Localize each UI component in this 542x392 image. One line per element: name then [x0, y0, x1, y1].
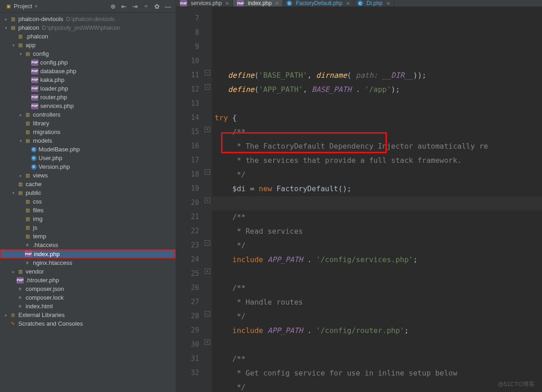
expand-arrow-icon[interactable]: ▸ — [3, 17, 9, 21]
dir-icon: ▥ — [24, 112, 31, 118]
tree-node[interactable]: ▾▤app — [0, 41, 176, 49]
close-icon[interactable]: ✕ — [225, 1, 229, 6]
gear-icon[interactable]: ✿ — [152, 1, 162, 11]
chevron-down-icon[interactable]: ▼ — [34, 4, 38, 9]
target-icon[interactable]: ⊕ — [108, 1, 118, 11]
expand-arrow-icon[interactable]: ▾ — [17, 52, 24, 56]
tree-node[interactable]: ▸▥vendor — [0, 267, 176, 276]
divide-icon[interactable]: ÷ — [141, 1, 151, 11]
dir-open-icon: ▤ — [24, 138, 31, 144]
expand-arrow-icon[interactable]: ▸ — [17, 113, 24, 117]
tree-node[interactable]: ▾▤config — [0, 49, 176, 58]
expand-arrow-icon[interactable]: ▸ — [3, 313, 9, 317]
editor-tab[interactable]: PHPservices.php✕ — [176, 0, 233, 6]
tree-node[interactable]: ≡nginx.htaccess — [0, 258, 176, 267]
file-icon: ≡ — [24, 260, 31, 266]
tree-node[interactable]: ▥cache — [0, 180, 176, 188]
tree-node[interactable]: ▾▤models — [0, 136, 176, 145]
dir-open-icon: ▤ — [16, 190, 24, 196]
tree-node[interactable]: ▥.phalcon — [0, 32, 176, 41]
tab-label: index.php — [248, 0, 271, 6]
tree-node[interactable]: ▥js — [0, 223, 176, 232]
tree-node[interactable]: ▥files — [0, 206, 176, 215]
tree-node[interactable]: PHPkaka.php — [0, 75, 176, 84]
tree-node[interactable]: ▥migrations — [0, 128, 176, 136]
tree-node[interactable]: ✎Scratches and Consoles — [0, 319, 176, 328]
tree-node[interactable]: ▸▥phalcon-devtoolsD:\phalcon-devtools — [0, 15, 176, 23]
tree-node[interactable]: PHPconfig.php — [0, 58, 176, 67]
tree-node[interactable]: PHPindex.php — [0, 249, 176, 258]
c-icon: C — [31, 147, 37, 152]
fold-marker[interactable]: − — [205, 311, 210, 317]
hide-icon[interactable]: — — [163, 1, 173, 11]
close-icon[interactable]: ✕ — [386, 1, 390, 6]
close-icon[interactable]: ✕ — [346, 1, 350, 6]
tree-node[interactable]: ▥library — [0, 119, 176, 128]
fold-marker[interactable]: + — [205, 127, 210, 132]
folder-icon: ▣ — [5, 3, 12, 10]
dir-icon: ▥ — [24, 172, 31, 179]
tree-label: js — [33, 224, 37, 231]
tree-node[interactable]: ▾▤public — [0, 188, 176, 197]
tree-node[interactable]: ▥img — [0, 215, 176, 223]
scr-icon: ✎ — [9, 321, 16, 327]
tree-node[interactable]: PHP.htrouter.php — [0, 276, 176, 285]
fold-marker[interactable]: + — [205, 339, 210, 345]
tree-node[interactable]: ▥css — [0, 197, 176, 206]
fold-marker[interactable]: − — [205, 70, 210, 75]
expand-arrow-icon[interactable]: ▸ — [10, 269, 16, 274]
tree-node[interactable]: PHPservices.php — [0, 102, 176, 110]
tree-node[interactable]: ≡index.html — [0, 302, 176, 311]
tree-node[interactable]: CUser.php — [0, 154, 176, 162]
collapse-icon[interactable]: ⇤ — [119, 1, 129, 11]
fold-marker[interactable]: − — [205, 84, 210, 90]
fold-marker[interactable]: + — [205, 268, 210, 274]
expand-icon[interactable]: ⇥ — [130, 1, 140, 11]
tree-node[interactable]: PHPdatabase.php — [0, 67, 176, 75]
tree-label: Version.php — [38, 163, 70, 170]
code-editor[interactable]: define('BASE_PATH', dirname( path: __DIR… — [212, 7, 542, 392]
php-icon: PHP — [237, 0, 244, 6]
tree-label: database.php — [40, 68, 76, 75]
fold-marker[interactable]: − — [205, 240, 210, 246]
tree-node[interactable]: ▸▥controllers — [0, 110, 176, 119]
fold-marker[interactable]: + — [205, 198, 210, 203]
tree-label: index.html — [26, 303, 53, 310]
editor-tab[interactable]: PHPindex.php✕ — [233, 0, 283, 6]
tree-label: nginx.htaccess — [33, 259, 72, 266]
tree-node[interactable]: PHProuter.php — [0, 93, 176, 102]
editor-tab[interactable]: CDi.php✕ — [354, 0, 394, 6]
tree-label: controllers — [33, 111, 60, 118]
tree-node[interactable]: ▾▤phalconD:\phpstudy_pro\WWW\phalcon — [0, 23, 176, 32]
expand-arrow-icon[interactable]: ▾ — [10, 43, 16, 48]
tree-label: config.php — [40, 59, 68, 66]
php-icon: PHP — [31, 59, 38, 66]
fold-marker[interactable]: − — [205, 169, 210, 175]
tree-label: External Libraries — [18, 311, 65, 318]
tab-label: Di.php — [367, 0, 383, 6]
sidebar-title: Project — [14, 3, 32, 10]
tree-node[interactable]: ≡.htaccess — [0, 241, 176, 249]
tree-label: public — [26, 189, 41, 196]
close-icon[interactable]: ✕ — [275, 1, 279, 6]
tree-node[interactable]: ≡composer.json — [0, 285, 176, 293]
expand-arrow-icon[interactable]: ▸ — [17, 173, 24, 178]
tree-node[interactable]: CVersion.php — [0, 162, 176, 171]
expand-arrow-icon[interactable]: ▾ — [3, 26, 9, 30]
tree-label: models — [33, 137, 52, 144]
project-tree[interactable]: ▸▥phalcon-devtoolsD:\phalcon-devtools▾▤p… — [0, 13, 176, 392]
tree-node[interactable]: ▸▥views — [0, 171, 176, 180]
expand-arrow-icon[interactable]: ▾ — [17, 139, 24, 143]
expand-arrow-icon[interactable]: ▾ — [10, 191, 16, 195]
tree-node[interactable]: ▸⊞External Libraries — [0, 311, 176, 319]
tree-label: composer.lock — [26, 294, 64, 301]
dir-icon: ▥ — [24, 199, 31, 205]
tree-node[interactable]: ▥temp — [0, 232, 176, 241]
dir-icon: ▥ — [9, 16, 16, 22]
tree-label: img — [33, 215, 43, 222]
editor-tab[interactable]: CFactoryDefault.php✕ — [283, 0, 353, 6]
tree-label: loader.php — [40, 85, 68, 92]
tree-node[interactable]: CModelBase.php — [0, 145, 176, 154]
tree-node[interactable]: PHPloader.php — [0, 84, 176, 93]
tree-node[interactable]: ≡composer.lock — [0, 293, 176, 302]
